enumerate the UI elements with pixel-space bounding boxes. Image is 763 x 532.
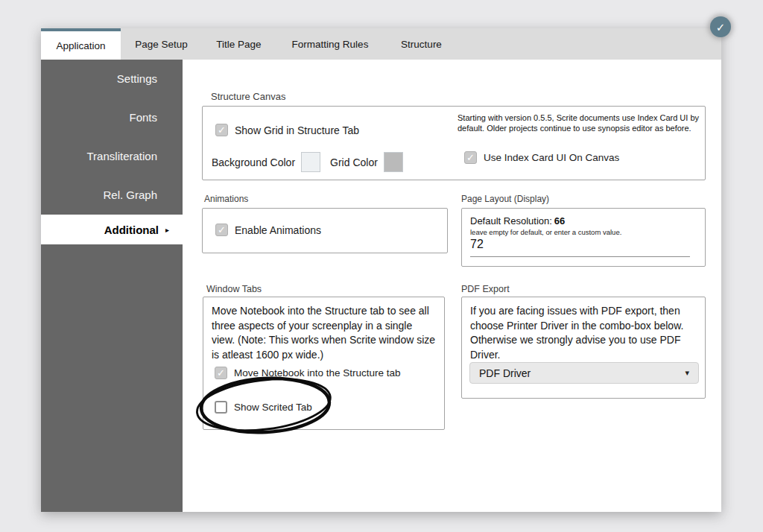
group-page-layout: Default Resolution:66 leave empty for de… [461, 208, 706, 267]
pdf-driver-dropdown[interactable]: PDF Driver ▾ [469, 362, 699, 384]
background-color-label: Background Color [212, 156, 295, 168]
show-grid-label: Show Grid in Structure Tab [235, 124, 359, 136]
check-icon: ✓ [716, 22, 726, 33]
sidebar-item-rel-graph[interactable]: Rel. Graph [41, 176, 183, 215]
window-tabs-description: Move Notebook into the Structure tab to … [212, 304, 438, 362]
group-label-page-layout: Page Layout (Display) [461, 194, 549, 204]
check-icon: ✓ [218, 225, 226, 235]
settings-content: Structure Canvas ✓ Show Grid in Structur… [183, 60, 721, 512]
default-resolution-label: Default Resolution: [470, 215, 552, 227]
use-index-card-checkbox[interactable]: ✓ [464, 151, 477, 164]
check-icon: ✓ [218, 125, 226, 135]
sidebar-item-fonts[interactable]: Fonts [41, 98, 183, 137]
background-color-swatch[interactable] [301, 152, 320, 172]
show-grid-row: ✓ Show Grid in Structure Tab [215, 124, 359, 136]
tab-title-page[interactable]: Title Page [202, 28, 276, 60]
group-pdf-export: If you are facing issues with PDF export… [461, 297, 706, 399]
settings-dialog: Application Page Setup Title Page Format… [41, 28, 721, 512]
page-background: Application Page Setup Title Page Format… [0, 0, 763, 532]
default-resolution-line: Default Resolution:66 [470, 215, 565, 227]
group-label-window-tabs: Window Tabs [206, 284, 262, 294]
resolution-hint: leave empty for default, or enter a cust… [470, 228, 621, 236]
enable-animations-label: Enable Animations [235, 224, 321, 236]
enable-animations-checkbox[interactable]: ✓ [215, 224, 228, 236]
grid-color-swatch[interactable] [384, 152, 403, 172]
pdf-driver-selected-value: PDF Driver [479, 367, 531, 379]
group-window-tabs: Move Notebook into the Structure tab to … [203, 297, 445, 430]
group-animations: ✓ Enable Animations [202, 208, 448, 253]
arrow-right-icon: ▸ [165, 226, 169, 234]
grid-color-label: Grid Color [330, 156, 378, 168]
pdf-export-description: If you are facing issues with PDF export… [470, 304, 697, 362]
hand-drawn-circle-annotation [191, 370, 340, 441]
canvas-color-row: Background Color Grid Color [212, 152, 403, 172]
group-label-animations: Animations [204, 194, 248, 204]
check-icon: ✓ [466, 153, 475, 162]
show-grid-checkbox[interactable]: ✓ [215, 124, 228, 136]
sidebar: Settings Fonts Transliteration Rel. Grap… [41, 60, 183, 512]
resolution-input[interactable] [470, 238, 690, 257]
tab-page-setup[interactable]: Page Setup [121, 28, 202, 60]
group-structure-canvas: ✓ Show Grid in Structure Tab Background … [202, 106, 706, 180]
group-label-pdf-export: PDF Export [461, 284, 510, 294]
index-card-info-text: Starting with version 0.5.5, Scrite docu… [458, 113, 703, 133]
tab-formatting-rules[interactable]: Formatting Rules [276, 28, 384, 60]
caret-down-icon: ▾ [685, 368, 689, 378]
use-index-card-label: Use Index Card UI On Canvas [484, 152, 619, 163]
sidebar-item-additional[interactable]: Additional ▸ [41, 215, 183, 244]
sidebar-item-label: Additional [104, 224, 159, 236]
done-button[interactable]: ✓ [710, 16, 731, 37]
sidebar-item-settings[interactable]: Settings [41, 60, 183, 98]
enable-animations-row: ✓ Enable Animations [215, 224, 321, 236]
default-resolution-value: 66 [554, 215, 565, 227]
use-index-card-row: ✓ Use Index Card UI On Canvas [464, 151, 619, 164]
tab-application[interactable]: Application [41, 28, 121, 60]
tab-bar: Application Page Setup Title Page Format… [41, 28, 721, 60]
tab-structure[interactable]: Structure [384, 28, 458, 60]
sidebar-item-transliteration[interactable]: Transliteration [41, 137, 183, 176]
group-label-structure-canvas: Structure Canvas [211, 91, 285, 102]
